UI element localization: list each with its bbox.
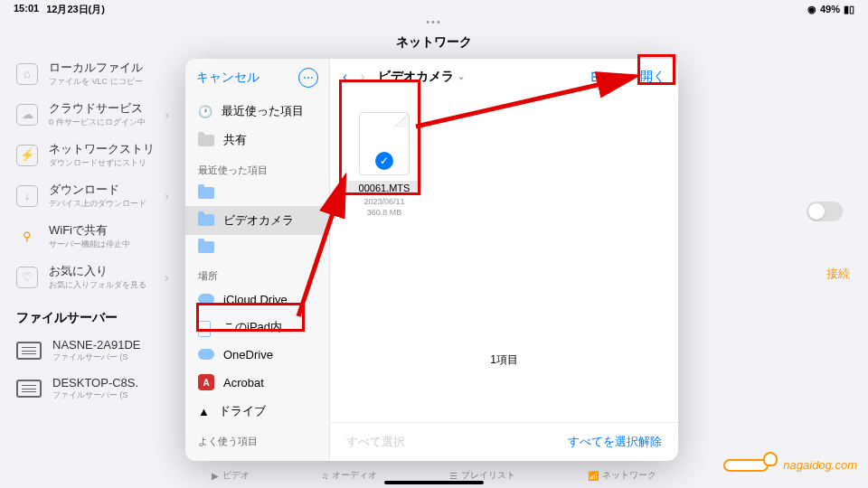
fav-label: よく使う項目: [185, 426, 329, 452]
music-icon: ♫: [322, 471, 329, 481]
sidebar-item-local[interactable]: ⌂ローカルファイルファイルを VLC にコピー: [0, 53, 185, 94]
sidebar-item-cloud[interactable]: ☁クラウドサービス0 件サービスにログイン中›: [0, 94, 185, 135]
status-time: 15:01: [14, 3, 39, 16]
folder-icon: [198, 214, 214, 227]
loc-acrobat[interactable]: AAcrobat: [185, 368, 329, 397]
sidebar-item-download[interactable]: ↓ダウンロードデバイス上のダウンロード›: [0, 175, 185, 216]
sidebar-item-fav[interactable]: ♡お気に入りお気に入りフォルダを見る›: [0, 257, 185, 297]
server-icon: [16, 342, 42, 360]
home-indicator[interactable]: [384, 481, 484, 484]
rss-icon: ⚡: [16, 145, 38, 166]
server-icon: [16, 380, 42, 398]
dog-icon: [723, 452, 778, 477]
sidebar-item-wifi[interactable]: ⚲WiFiで共有サーバー機能は停止中: [0, 216, 185, 257]
cloud-icon: [198, 349, 214, 361]
cancel-button[interactable]: キャンセル: [196, 70, 259, 86]
folder-icon: [198, 241, 214, 254]
deselect-all-button[interactable]: すべてを選択解除: [568, 434, 662, 450]
battery-icon: ▮▯: [844, 4, 854, 15]
tab-playlist[interactable]: ☰プレイリスト: [449, 469, 515, 482]
tab-network[interactable]: 📶ネットワーク: [588, 469, 656, 482]
annotation-arrow: [280, 63, 642, 334]
clock-icon: 🕐: [198, 105, 212, 118]
wifi-icon: ◉: [807, 4, 816, 15]
connect-button[interactable]: 接続: [826, 266, 850, 282]
section-servers: ファイルサーバー: [0, 297, 185, 332]
status-date: 12月23日(月): [46, 3, 105, 16]
svg-line-1: [298, 181, 344, 316]
sidebar: ⌂ローカルファイルファイルを VLC にコピー ☁クラウドサービス0 件サービス…: [0, 50, 185, 463]
server-item-nasne[interactable]: NASNE-2A91DEファイルサーバー (S: [0, 332, 185, 370]
heart-icon: ♡: [16, 267, 38, 288]
annotation-box: [637, 54, 675, 85]
folder-shared-icon: [198, 135, 214, 146]
sidebar-item-stream[interactable]: ⚡ネットワークストリダウンロードせずにストリ: [0, 135, 185, 175]
gdrive-icon: ▲: [198, 405, 210, 418]
svg-line-2: [416, 77, 633, 127]
signal-icon: 📶: [588, 471, 599, 481]
chevron-right-icon: ›: [165, 189, 169, 203]
wifi-icon: ⚲: [16, 226, 38, 248]
handle-icon: •••: [0, 18, 868, 29]
home-icon: ⌂: [16, 63, 38, 85]
folder-icon: [198, 187, 214, 200]
chevron-right-icon: ›: [165, 108, 169, 122]
acrobat-icon: A: [198, 374, 214, 390]
status-bar: 15:01 12月23日(月) ◉ 49% ▮▯: [0, 0, 868, 18]
list-icon: ☰: [449, 471, 458, 481]
item-count: 1項目: [490, 352, 518, 368]
loc-drive[interactable]: ▲ドライブ: [185, 397, 329, 426]
wifi-share-toggle[interactable]: [807, 202, 843, 221]
server-item-desktop[interactable]: DESKTOP-C8S.ファイルサーバー (S: [0, 370, 185, 408]
watermark: nagaidog.com: [723, 452, 857, 477]
tab-video[interactable]: ▶ビデオ: [212, 469, 250, 482]
download-icon: ↓: [16, 185, 38, 207]
play-icon: ▶: [212, 471, 219, 481]
select-all-button[interactable]: すべて選択: [346, 434, 405, 450]
tab-audio[interactable]: ♫オーディオ: [322, 469, 378, 482]
battery-pct: 49%: [820, 4, 840, 14]
cloud-icon: ☁: [16, 104, 38, 126]
chevron-right-icon: ›: [165, 270, 169, 285]
loc-onedrive[interactable]: OneDrive: [185, 342, 329, 368]
